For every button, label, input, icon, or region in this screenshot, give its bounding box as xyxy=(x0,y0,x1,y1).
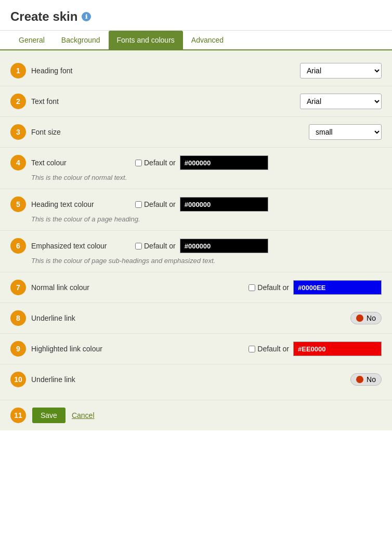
default-check-9: Default or xyxy=(249,345,289,353)
desc-heading-text-colour: This is the colour of a page heading. xyxy=(10,215,140,223)
checkbox-default-6[interactable] xyxy=(135,243,142,250)
color-swatch-4[interactable]: #000000 xyxy=(180,155,268,170)
info-icon[interactable]: ℹ xyxy=(82,12,91,21)
label-underline-link-1: Underline link xyxy=(31,314,135,322)
step-badge-6: 6 xyxy=(10,238,26,254)
row-font-size: 3 Font size small medium large xyxy=(0,117,392,148)
checkbox-default-7[interactable] xyxy=(249,284,255,291)
desc-text-colour: This is the colour of normal text. xyxy=(10,174,127,181)
default-check-4: Default or xyxy=(135,159,176,167)
label-underline-link-2: Underline link xyxy=(31,375,135,384)
control-underline-link-2: No xyxy=(350,373,382,386)
step-badge-8: 8 xyxy=(10,310,26,326)
row-heading-text-colour: 5 Heading text colour Default or #000000… xyxy=(0,189,392,231)
control-text-colour: Default or #000000 xyxy=(135,155,268,170)
label-font-size: Font size xyxy=(31,128,135,136)
tab-bar: General Background Fonts and colours Adv… xyxy=(0,31,392,50)
row-emphasized-colour: 6 Emphasized text colour Default or #000… xyxy=(0,231,392,272)
label-highlighted-link-colour: Highlighted link colour xyxy=(31,345,135,353)
color-swatch-5[interactable]: #000000 xyxy=(180,197,268,212)
select-font-size[interactable]: small medium large xyxy=(309,124,382,140)
row-highlighted-link-colour: 9 Highlighted link colour Default or #EE… xyxy=(0,334,392,364)
control-heading-font: Arial Verdana Times New Roman Georgia Co… xyxy=(300,63,382,78)
label-heading-font: Heading font xyxy=(31,67,135,75)
control-font-size: small medium large xyxy=(309,124,382,140)
select-heading-font[interactable]: Arial Verdana Times New Roman Georgia Co… xyxy=(300,63,382,78)
step-badge-3: 3 xyxy=(10,124,26,140)
page-title: Create skin xyxy=(10,9,77,24)
checkbox-default-5[interactable] xyxy=(135,201,142,208)
step-badge-2: 2 xyxy=(10,94,26,109)
default-label-4: Default or xyxy=(144,159,176,167)
step-badge-9: 9 xyxy=(10,341,26,357)
row-underline-link-2: 10 Underline link No xyxy=(0,364,392,395)
default-label-6: Default or xyxy=(144,242,176,250)
checkbox-default-4[interactable] xyxy=(135,160,142,166)
tab-background[interactable]: Background xyxy=(53,31,109,49)
color-swatch-6[interactable]: #000000 xyxy=(180,239,268,253)
row-underline-link-1: 8 Underline link No xyxy=(0,303,392,334)
control-highlighted-link-colour: Default or #EE0000 xyxy=(249,342,382,356)
select-text-font[interactable]: Arial Verdana Times New Roman Georgia Co… xyxy=(300,94,382,109)
step-badge-4: 4 xyxy=(10,155,26,170)
label-text-font: Text font xyxy=(31,97,135,106)
row-heading-font: 1 Heading font Arial Verdana Times New R… xyxy=(0,56,392,86)
default-check-7: Default or xyxy=(249,283,289,292)
control-heading-text-colour: Default or #000000 xyxy=(135,197,268,212)
cancel-button[interactable]: Cancel xyxy=(72,411,95,419)
control-underline-link-1: No xyxy=(350,312,382,324)
default-label-7: Default or xyxy=(257,283,289,292)
row-normal-link-colour: 7 Normal link colour Default or #0000EE xyxy=(0,272,392,303)
toggle-underline-link-1[interactable]: No xyxy=(350,312,382,324)
default-check-6: Default or xyxy=(135,242,176,250)
toggle-underline-link-2[interactable]: No xyxy=(350,373,382,386)
toggle-dot-10 xyxy=(356,376,363,383)
row-text-colour: 4 Text colour Default or #000000 This is… xyxy=(0,148,392,189)
row-text-font: 2 Text font Arial Verdana Times New Roma… xyxy=(0,86,392,117)
label-emphasized-colour: Emphasized text colour xyxy=(31,242,135,250)
toggle-label-10: No xyxy=(367,375,376,384)
step-badge-5: 5 xyxy=(10,196,26,212)
page-header: Create skin ℹ xyxy=(0,0,392,31)
step-badge-1: 1 xyxy=(10,63,26,78)
default-check-5: Default or xyxy=(135,200,176,208)
color-swatch-9[interactable]: #EE0000 xyxy=(293,342,382,356)
control-text-font: Arial Verdana Times New Roman Georgia Co… xyxy=(300,94,382,109)
save-button[interactable]: Save xyxy=(32,408,66,423)
tab-general[interactable]: General xyxy=(10,31,53,49)
checkbox-default-9[interactable] xyxy=(249,346,255,352)
control-normal-link-colour: Default or #0000EE xyxy=(249,280,382,295)
step-badge-7: 7 xyxy=(10,280,26,295)
desc-emphasized-colour: This is the colour of page sub-headings … xyxy=(10,257,215,265)
tab-fonts-colours[interactable]: Fonts and colours xyxy=(109,31,183,49)
step-badge-10: 10 xyxy=(10,372,26,387)
content-area: 1 Heading font Arial Verdana Times New R… xyxy=(0,50,392,400)
toggle-dot-8 xyxy=(356,314,363,322)
default-label-5: Default or xyxy=(144,200,176,208)
color-swatch-7[interactable]: #0000EE xyxy=(293,280,382,295)
step-badge-11: 11 xyxy=(10,408,26,423)
label-text-colour: Text colour xyxy=(31,159,135,167)
label-normal-link-colour: Normal link colour xyxy=(31,283,135,292)
toggle-label-8: No xyxy=(367,314,376,322)
default-label-9: Default or xyxy=(257,345,289,353)
control-emphasized-colour: Default or #000000 xyxy=(135,239,268,253)
tab-advanced[interactable]: Advanced xyxy=(183,31,232,49)
footer: 11 Save Cancel xyxy=(0,400,392,430)
label-heading-text-colour: Heading text colour xyxy=(31,200,135,208)
